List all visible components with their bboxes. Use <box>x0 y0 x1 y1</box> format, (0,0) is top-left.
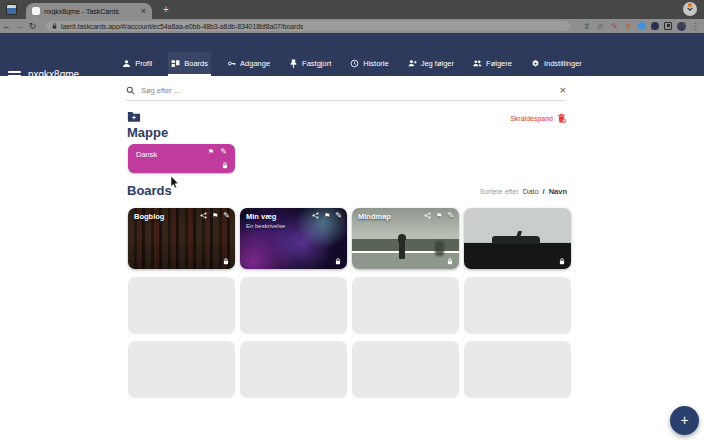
close-search-icon[interactable]: × <box>560 85 566 96</box>
history-clock-icon <box>350 59 359 68</box>
back-button[interactable]: ← <box>0 21 13 31</box>
bookmark-star-icon[interactable]: ☆ <box>596 22 605 31</box>
lock-icon <box>223 258 229 265</box>
pin-icon <box>289 59 298 68</box>
share-icon[interactable] <box>200 212 207 219</box>
flag-icon[interactable]: ⚑ <box>212 212 218 220</box>
folder-card-dansk[interactable]: Dansk ⚑ ✎ <box>128 144 235 173</box>
flag-icon[interactable]: ⚑ <box>436 212 442 220</box>
browser-tabstrip: nxqkx8qme - TaskCards × + <box>0 0 704 19</box>
add-folder-icon[interactable] <box>127 110 141 122</box>
edit-icon[interactable]: ✎ <box>335 211 342 220</box>
person-icon <box>122 59 131 68</box>
board-placeholder <box>464 341 571 398</box>
edit-icon[interactable]: ✎ <box>447 211 454 220</box>
share-icon[interactable] <box>312 212 319 219</box>
trash-icon <box>557 113 566 123</box>
edit-icon[interactable]: ✎ <box>223 211 230 220</box>
trash-label: Skraldespand <box>510 115 553 122</box>
tab-close-icon[interactable]: × <box>141 7 146 16</box>
board-placeholder <box>352 341 459 398</box>
app-header: nxqkx8qme Profil Boards Adgange Fastgjor… <box>0 33 704 76</box>
new-tab-button[interactable]: + <box>160 4 172 16</box>
sort-option-date[interactable]: Dato <box>523 187 539 196</box>
main-nav: Profil Boards Adgange Fastgjort Historie… <box>0 52 704 76</box>
sort-option-name[interactable]: Navn <box>549 187 567 196</box>
browser-avatar[interactable] <box>677 22 686 31</box>
chess-piece-image <box>399 238 405 259</box>
browser-profile-button[interactable] <box>683 2 697 16</box>
person-add-icon <box>408 59 417 68</box>
sort-control: Sortere efter Dato / Navn <box>480 187 567 196</box>
url-text: laerit.taskcards.app/#/account/ec54a8aa-… <box>61 23 303 30</box>
board-placeholder <box>464 277 571 334</box>
board-subtitle: En beskrivelse <box>246 223 285 229</box>
browser-app-icon[interactable] <box>6 4 17 15</box>
board-card-bogblog[interactable]: Bogblog ⚑ ✎ <box>128 208 235 269</box>
board-placeholder <box>128 277 235 334</box>
plane-wreck-image <box>492 236 540 244</box>
board-card-untitled[interactable] <box>464 208 571 269</box>
sort-label: Sortere efter <box>480 188 519 195</box>
edit-icon[interactable]: ✎ <box>220 147 227 156</box>
browser-menu-icon[interactable]: ⋮ <box>691 22 700 31</box>
search-bar: × <box>126 81 566 101</box>
search-input[interactable] <box>141 86 554 95</box>
flag-icon[interactable]: ⚑ <box>324 212 330 220</box>
search-icon <box>126 86 135 95</box>
board-placeholder <box>352 277 459 334</box>
key-icon <box>227 59 236 68</box>
extension-window-icon[interactable] <box>664 22 672 30</box>
folder-name: Dansk <box>136 150 157 159</box>
extension-bird-blue-icon[interactable] <box>638 22 646 30</box>
extension-pen-icon[interactable]: ✎ <box>610 22 619 31</box>
extension-icon[interactable]: Y <box>624 22 633 31</box>
tab-title: nxqkx8qme - TaskCards <box>44 8 137 15</box>
extension-bird-dark-icon[interactable] <box>651 22 659 30</box>
share-page-icon[interactable]: ⇧ <box>582 22 591 31</box>
board-card-mindmap[interactable]: Mindmap ⚑ ✎ <box>352 208 459 269</box>
mappe-heading: Mappe <box>127 125 168 140</box>
board-title: Bogblog <box>134 212 164 221</box>
notification-dot <box>688 3 692 7</box>
lock-icon <box>447 258 453 265</box>
taskcards-window: nxqkx8qme - TaskCards × + ← → ↻ laerit.t… <box>0 0 704 440</box>
add-board-button[interactable]: + <box>670 406 699 435</box>
reload-button[interactable]: ↻ <box>26 21 39 31</box>
tab-boards[interactable]: Boards <box>168 52 211 76</box>
lock-icon <box>559 258 565 265</box>
people-icon <box>473 59 482 68</box>
tab-favicon-icon <box>32 7 40 15</box>
trash-button[interactable]: Skraldespand <box>510 113 566 123</box>
tab-fastgjort[interactable]: Fastgjort <box>286 52 334 76</box>
lock-icon <box>52 23 57 29</box>
board-placeholder <box>240 277 347 334</box>
mouse-cursor <box>170 176 179 189</box>
sort-separator: / <box>543 187 545 196</box>
forward-button[interactable]: → <box>13 21 26 31</box>
tab-jeg-folger[interactable]: Jeg følger <box>405 52 457 76</box>
tab-adgange[interactable]: Adgange <box>224 52 273 76</box>
board-placeholder <box>240 341 347 398</box>
tab-indstillinger[interactable]: Indstillinger <box>528 52 585 76</box>
dashboard-icon <box>171 59 180 68</box>
lock-icon <box>222 162 228 169</box>
chess-piece-shadow <box>435 241 444 256</box>
board-card-min-vaeg[interactable]: Min væg En beskrivelse ⚑ ✎ <box>240 208 347 269</box>
tab-historie[interactable]: Historie <box>347 52 391 76</box>
tab-folgere[interactable]: Følgere <box>470 52 515 76</box>
lock-icon <box>335 258 341 265</box>
content-area: × Skraldespand Mappe Dansk ⚑ ✎ Boards So… <box>0 76 704 440</box>
toolbar-icons: ⇧ ☆ ✎ Y ⋮ <box>582 19 700 33</box>
tab-profil[interactable]: Profil <box>119 52 155 76</box>
board-placeholder <box>128 341 235 398</box>
boards-heading: Boards <box>127 183 172 198</box>
flag-icon[interactable]: ⚑ <box>208 148 214 156</box>
gear-icon <box>531 59 540 68</box>
board-title: Mindmap <box>358 212 391 221</box>
browser-tab[interactable]: nxqkx8qme - TaskCards × <box>26 3 152 19</box>
url-bar[interactable]: laerit.taskcards.app/#/account/ec54a8aa-… <box>46 21 570 31</box>
board-title: Min væg <box>246 212 276 221</box>
share-icon[interactable] <box>424 212 431 219</box>
